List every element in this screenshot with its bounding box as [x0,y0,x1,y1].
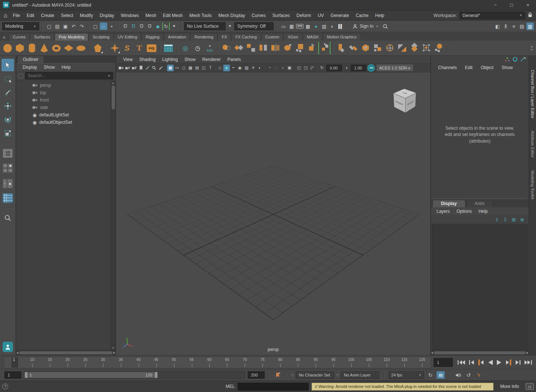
viewport-menu-3[interactable]: Show [181,57,199,62]
menu-item-2[interactable]: Create [38,13,58,18]
shelf-scroll-arrows[interactable]: ▲ ▼ [530,45,535,51]
render-setup-icon[interactable]: ◐ [329,23,336,30]
view-transform-select[interactable]: ACES 1.0 SDR-v [376,64,413,71]
audio-icon[interactable] [454,371,462,379]
multi-cut-icon[interactable]: ↻ [306,42,318,54]
safe-action-icon[interactable]: ◫ [200,65,207,71]
shelf-tab-5[interactable]: Rigging [142,33,163,41]
bookmark-icon[interactable] [138,65,144,71]
shelf-tab-3[interactable]: Sculpting [89,33,113,41]
tab-attribute-editor[interactable]: Attribute Editor [530,131,535,158]
image-plane-icon[interactable] [144,65,151,71]
render-current-frame-icon[interactable]: ▦ [288,23,295,30]
poly-cone-icon[interactable] [38,42,50,54]
humanik-toggle-icon[interactable] [502,23,509,30]
menu-item-15[interactable]: Generate [327,13,352,18]
viewport-menu-1[interactable]: Shading [136,57,159,62]
lock-icon[interactable] [528,12,532,18]
sweep-mesh-icon[interactable] [109,42,121,54]
animation-end-field[interactable]: 200 [248,371,265,379]
menu-item-0[interactable]: File [10,13,23,18]
separate-icon[interactable] [245,42,257,54]
hypergraph-input-output-icon[interactable] [505,57,510,63]
active-tool-icon[interactable]: ↻ [318,42,330,54]
go-to-end-button[interactable] [524,360,532,365]
channel-box-menu-2[interactable]: Object [477,65,497,70]
viewport-canvas[interactable]: FRONT RIGHT TOP y x z persp [116,72,430,355]
scale-tool[interactable] [1,127,14,140]
command-language-label[interactable]: MEL [226,384,235,389]
user-avatar[interactable] [3,342,13,352]
arrow-up-icon[interactable]: ▲ [112,81,115,85]
select-object-icon[interactable]: ◌ [100,23,107,30]
chevron-down-icon[interactable]: ▼ [170,23,178,30]
close-button[interactable]: × [520,0,536,10]
shelf-tab-4[interactable]: UV Editing [114,33,141,41]
menu-item-8[interactable]: Edit Mesh [160,13,186,18]
lock-camera-icon[interactable] [124,65,131,71]
camera-crop-icon[interactable]: ◸ [309,65,316,71]
delete-history-icon[interactable]: ◷ [191,42,204,54]
create-layer-from-selected-icon[interactable]: ⊕ [520,217,524,222]
search-icon[interactable]: x [381,23,389,30]
field-chart-icon[interactable]: ▤ [194,65,200,71]
open-scene-icon[interactable]: ▤ [54,23,61,30]
channel-box-menu-1[interactable]: Edit [462,65,476,70]
menu-set-select[interactable]: Modeling ▼ [2,22,39,30]
menu-item-16[interactable]: Cache [352,13,372,18]
four-view-layout-button[interactable]: +◆++ [1,161,14,175]
speed-gauge-icon[interactable] [513,57,518,63]
outliner-menu-1[interactable]: Show [40,65,58,70]
command-input[interactable] [238,383,309,391]
outliner-item-top[interactable]: top [16,89,111,96]
go-to-start-button[interactable] [457,360,465,365]
construction-history-icon[interactable]: ↻ [162,23,170,30]
character-set-select[interactable]: No Character Set [296,371,334,379]
lasso-tool[interactable] [1,72,14,85]
viewport-menu-0[interactable]: View [120,57,136,62]
outliner-persp-layout-button[interactable] [1,192,14,204]
resolution-gate-icon[interactable]: ◻ [180,65,187,71]
outliner-menu-2[interactable]: Help [58,65,74,70]
smooth-shade-icon[interactable]: ◆ [223,65,230,71]
tab-modeling-toolkit[interactable]: Modeling Toolkit [530,170,535,200]
snap-to-grid-icon[interactable]: Ω [122,23,129,30]
xray-icon[interactable]: ◰ [296,65,302,71]
tab-channel-box-layer-editor[interactable]: Channel Box / Layer Editor [530,70,535,118]
graph-editor-icon[interactable] [520,57,526,63]
camera-attributes-icon[interactable] [131,65,138,71]
menu-item-6[interactable]: Windows [118,13,142,18]
layer-editor-menu-1[interactable]: Options [453,209,475,214]
textured-display-icon[interactable]: ◓ [230,65,237,71]
make-live-icon[interactable]: ◆ [154,23,162,30]
undo-icon[interactable]: ↶ [70,23,77,30]
modeling-toolkit-toggle-icon[interactable]: ◧ [494,23,501,30]
bevel-icon[interactable] [347,42,360,54]
extract-faces-icon[interactable] [257,42,269,54]
shelf-tab-12[interactable]: MASH [303,33,323,41]
circularize-icon[interactable] [384,42,396,54]
viewport-menu-2[interactable]: Lighting [159,57,181,62]
select-hierarchy-icon[interactable]: ▢ [92,23,99,30]
lighting-toggle-icon[interactable]: ☀ [250,65,257,71]
layer-list[interactable] [432,224,528,350]
anti-aliasing-icon[interactable]: ○ [279,65,286,71]
sync-playback-icon[interactable]: ↺ [464,371,472,379]
freeze-transformations-icon[interactable]: *0,0,0 [204,42,216,54]
zoom-tool-icon[interactable] [1,212,14,224]
select-camera-icon[interactable] [118,65,124,71]
next-key-button[interactable] [505,359,512,365]
poly-plane-icon[interactable] [62,42,75,54]
isolate-select-icon[interactable]: ▣ [286,65,293,71]
outliner-item-defaultobjectset[interactable]: ◉ defaultObjectSet [16,119,111,126]
time-editor-icon[interactable]: ▤ [437,371,445,379]
range-slider[interactable]: 1 120 [24,371,245,379]
outliner-menu-0[interactable]: Display [19,65,40,70]
xray-joints-icon[interactable]: ◳ [302,65,309,71]
outliner-item-persp[interactable]: persp [16,82,111,89]
evaluation-mode-icon[interactable]: ϟ [475,371,483,379]
time-slider[interactable]: 1 51015202530354045505560657075808590951… [4,357,431,368]
select-component-icon[interactable]: ▪ [108,23,115,30]
boolean-icon[interactable] [221,42,233,54]
exposure-field[interactable]: 0.00 [326,65,342,71]
